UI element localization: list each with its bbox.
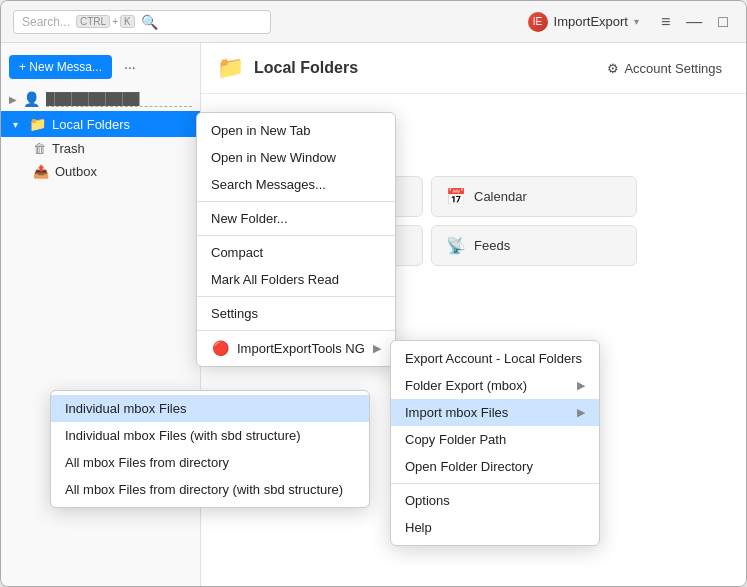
more-button[interactable]: ··· (118, 55, 142, 79)
hamburger-button[interactable]: ≡ (655, 11, 676, 33)
local-folders-icon: 📁 (29, 116, 46, 132)
outbox-icon: 📤 (33, 164, 49, 179)
account-icon: 👤 (23, 91, 40, 107)
minimize-button[interactable]: — (680, 11, 708, 33)
avatar: IE (528, 12, 548, 32)
menu-label: Open in New Window (211, 150, 336, 165)
menu-label: Copy Folder Path (405, 432, 506, 447)
menu-label: Individual mbox Files (with sbd structur… (65, 428, 301, 443)
submenu-arrow-icon: ▶ (373, 342, 381, 355)
menu-item-open-new-window[interactable]: Open in New Window (197, 144, 395, 171)
content-header: 📁 Local Folders ⚙ Account Settings (201, 43, 746, 94)
menu-item-folder-export[interactable]: Folder Export (mbox) ▶ (391, 372, 599, 399)
maximize-button[interactable]: □ (712, 11, 734, 33)
menu-item-search-messages[interactable]: Search Messages... (197, 171, 395, 198)
menu-label: New Folder... (211, 211, 288, 226)
calendar-icon: 📅 (446, 187, 466, 206)
profile-chevron-icon[interactable]: ▾ (634, 16, 639, 27)
search-placeholder: Search... (22, 15, 70, 29)
menu-item-import-mbox[interactable]: Import mbox Files ▶ (391, 399, 599, 426)
menu-item-all-mbox-dir[interactable]: All mbox Files from directory (51, 449, 369, 476)
window-controls: ≡ — □ (655, 11, 734, 33)
menu-label: Mark All Folders Read (211, 272, 339, 287)
calendar-label: Calendar (474, 189, 527, 204)
menu-label: Options (405, 493, 450, 508)
importexport-icon: 🔴 (211, 340, 229, 356)
sidebar-item-outbox[interactable]: 📤 Outbox (1, 160, 200, 183)
separator-1 (197, 201, 395, 202)
search-box[interactable]: Search... CTRL + K 🔍 (13, 10, 271, 34)
menu-item-open-new-tab[interactable]: Open in New Tab (197, 117, 395, 144)
account-settings-icon: ⚙ (607, 61, 619, 76)
menu-label: Individual mbox Files (65, 401, 186, 416)
menu-label: All mbox Files from directory (65, 455, 229, 470)
profile-label: ImportExport (554, 14, 628, 29)
menu-item-export-account[interactable]: Export Account - Local Folders (391, 345, 599, 372)
menu-item-new-folder[interactable]: New Folder... (197, 205, 395, 232)
menu-item-individual-mbox-sbd[interactable]: Individual mbox Files (with sbd structur… (51, 422, 369, 449)
sidebar-item-trash[interactable]: 🗑 Trash (1, 137, 200, 160)
separator-3 (197, 296, 395, 297)
sidebar-toolbar: + New Messa... ··· (1, 51, 200, 87)
menu-item-importexport[interactable]: 🔴 ImportExportTools NG ▶ (197, 334, 395, 362)
quick-action-feeds[interactable]: 📡 Feeds (431, 225, 637, 266)
new-message-button[interactable]: + New Messa... (9, 55, 112, 79)
separator-4 (197, 330, 395, 331)
app-window: Search... CTRL + K 🔍 IE ImportExport ▾ ≡… (0, 0, 747, 587)
outbox-label: Outbox (55, 164, 97, 179)
local-folders-label: Local Folders (52, 117, 130, 132)
menu-label: Export Account - Local Folders (405, 351, 582, 366)
submenu-arrow-icon: ▶ (577, 406, 585, 419)
quick-action-calendar[interactable]: 📅 Calendar (431, 176, 637, 217)
account-settings-label: Account Settings (624, 61, 722, 76)
menu-item-help[interactable]: Help (391, 514, 599, 541)
new-message-label: + New Messa... (19, 60, 102, 74)
menu-label: Help (405, 520, 432, 535)
menu-label: Settings (211, 306, 258, 321)
sidebar-item-local-folders[interactable]: ▾ 📁 Local Folders (1, 111, 200, 137)
content-folder-icon: 📁 (217, 55, 244, 81)
menu-item-settings[interactable]: Settings (197, 300, 395, 327)
account-settings-button[interactable]: ⚙ Account Settings (599, 57, 730, 80)
local-folders-expand-icon: ▾ (13, 119, 23, 130)
search-icon[interactable]: 🔍 (141, 14, 158, 30)
separator-2 (197, 235, 395, 236)
menu-label: Import mbox Files (405, 405, 508, 420)
menu-label: Search Messages... (211, 177, 326, 192)
account-name: ███████████ (46, 92, 192, 107)
individual-mbox-submenu[interactable]: Individual mbox Files Individual mbox Fi… (50, 390, 370, 508)
separator-5 (391, 483, 599, 484)
titlebar: Search... CTRL + K 🔍 IE ImportExport ▾ ≡… (1, 1, 746, 43)
menu-item-individual-mbox[interactable]: Individual mbox Files (51, 395, 369, 422)
sidebar-account-row[interactable]: ▶ 👤 ███████████ (1, 87, 200, 111)
trash-icon: 🗑 (33, 141, 46, 156)
feeds-icon: 📡 (446, 236, 466, 255)
menu-label: Folder Export (mbox) (405, 378, 527, 393)
main-context-menu[interactable]: Open in New Tab Open in New Window Searc… (196, 112, 396, 367)
menu-item-copy-folder-path[interactable]: Copy Folder Path (391, 426, 599, 453)
menu-label: Compact (211, 245, 263, 260)
feeds-label: Feeds (474, 238, 510, 253)
trash-label: Trash (52, 141, 85, 156)
content-title: Local Folders (254, 59, 358, 77)
menu-label: ImportExportTools NG (237, 341, 365, 356)
menu-item-mark-all-read[interactable]: Mark All Folders Read (197, 266, 395, 293)
menu-item-options[interactable]: Options (391, 487, 599, 514)
submenu-arrow-icon: ▶ (577, 379, 585, 392)
account-expand-icon: ▶ (9, 94, 17, 105)
menu-item-compact[interactable]: Compact (197, 239, 395, 266)
import-export-submenu[interactable]: Export Account - Local Folders Folder Ex… (390, 340, 600, 546)
menu-item-open-folder-dir[interactable]: Open Folder Directory (391, 453, 599, 480)
menu-item-all-mbox-dir-sbd[interactable]: All mbox Files from directory (with sbd … (51, 476, 369, 503)
menu-label: All mbox Files from directory (with sbd … (65, 482, 343, 497)
menu-label: Open Folder Directory (405, 459, 533, 474)
menu-label: Open in New Tab (211, 123, 311, 138)
search-shortcut: CTRL + K (76, 15, 135, 28)
profile-area: IE ImportExport ▾ (528, 12, 639, 32)
